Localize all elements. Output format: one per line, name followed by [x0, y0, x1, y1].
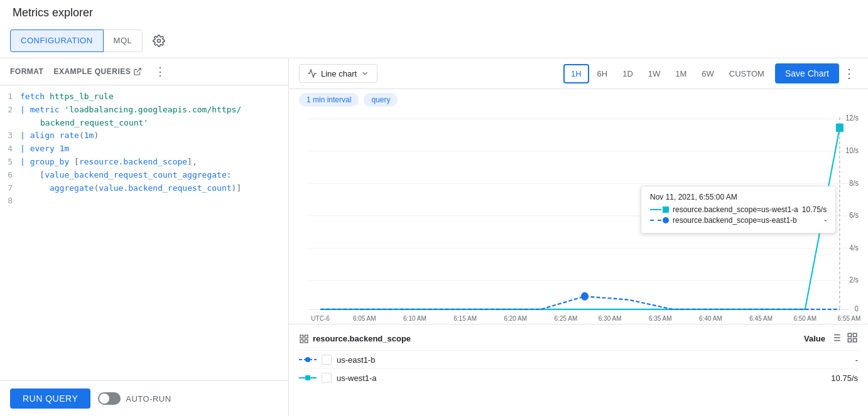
chart-tags: 1 min interval query: [289, 89, 868, 110]
left-panel: FORMAT EXAMPLE QUERIES ⋮ 1 fetch https_l…: [0, 58, 289, 416]
time-btn-6h[interactable]: 6H: [590, 65, 615, 83]
code-line-4: 4 | every 1m: [0, 142, 288, 156]
svg-rect-30: [300, 335, 303, 338]
time-btn-custom[interactable]: CUSTOM: [722, 65, 771, 83]
svg-text:6/s: 6/s: [849, 212, 859, 220]
time-range-group: 1H 6H 1D 1W 1M 6W CUSTOM Save Chart ⋮: [563, 63, 858, 83]
chart-type-dropdown[interactable]: Line chart: [299, 64, 377, 83]
main-container: CONFIGURATION MQL FORMAT EXAMPLE QUERIES…: [0, 23, 868, 416]
external-link-icon: [133, 67, 142, 76]
svg-rect-41: [854, 333, 857, 336]
format-label: FORMAT: [10, 67, 43, 76]
legend-checkbox-west[interactable]: [322, 373, 332, 383]
tab-group: CONFIGURATION MQL: [10, 29, 143, 52]
auto-run-label: AUTO-RUN: [126, 394, 171, 404]
content-area: FORMAT EXAMPLE QUERIES ⋮ 1 fetch https_l…: [0, 58, 868, 416]
tag-interval[interactable]: 1 min interval: [299, 93, 359, 107]
legend-header: resource.backend_scope Value: [299, 330, 858, 350]
svg-rect-40: [848, 333, 851, 336]
legend-value-label: Value: [804, 334, 825, 343]
run-query-button[interactable]: RUN QUERY: [10, 389, 90, 409]
left-panel-kebab-btn[interactable]: ⋮: [152, 63, 168, 80]
legend-grid-toggle[interactable]: [830, 332, 842, 345]
left-panel-header: FORMAT EXAMPLE QUERIES ⋮: [0, 58, 288, 85]
line-num-6: 6: [0, 169, 20, 182]
auto-run-container: AUTO-RUN: [98, 392, 171, 405]
line-chart-icon: [307, 68, 317, 78]
svg-text:12/s: 12/s: [845, 114, 859, 122]
line-num-2: 2: [0, 104, 20, 117]
right-panel: Line chart 1H 6H 1D 1W 1M 6W CUSTOM Save…: [289, 58, 868, 416]
svg-text:4/s: 4/s: [849, 244, 859, 252]
svg-text:2/s: 2/s: [849, 276, 859, 284]
code-line-8: 8: [0, 195, 288, 208]
svg-text:0: 0: [855, 305, 859, 313]
svg-rect-43: [854, 339, 857, 342]
code-line-7: 7 aggregate(value.backend_request_count)…: [0, 182, 288, 195]
svg-point-0: [158, 39, 161, 42]
legend-checkbox-east[interactable]: [322, 355, 332, 365]
svg-text:UTC-6: UTC-6: [311, 314, 330, 322]
svg-text:6:50 AM: 6:50 AM: [793, 314, 816, 322]
svg-text:8/s: 8/s: [849, 179, 859, 187]
code-line-3: 3 | align rate(1m): [0, 129, 288, 142]
legend-title: resource.backend_scope: [299, 334, 411, 344]
dropdown-chevron-icon: [361, 69, 369, 78]
tab-configuration[interactable]: CONFIGURATION: [10, 29, 104, 52]
line-num-4: 4: [0, 142, 20, 156]
svg-text:6:45 AM: 6:45 AM: [749, 314, 773, 322]
chart-top-bar: Line chart 1H 6H 1D 1W 1M 6W CUSTOM Save…: [289, 58, 868, 89]
svg-text:6:20 AM: 6:20 AM: [504, 314, 527, 322]
chart-svg: 12/s 10/s 8/s 6/s 4/s 2/s 0: [289, 110, 868, 324]
line-num-3: 3: [0, 129, 20, 142]
legend-name-east: us-east1-b: [337, 355, 850, 365]
line-num-5: 5: [0, 156, 20, 169]
save-chart-button[interactable]: Save Chart: [775, 63, 839, 83]
svg-rect-32: [300, 340, 303, 343]
time-btn-1d[interactable]: 1D: [616, 65, 640, 83]
legend-column-toggle[interactable]: [847, 332, 858, 345]
svg-text:6:05 AM: 6:05 AM: [353, 314, 376, 322]
example-queries-btn[interactable]: EXAMPLE QUERIES: [53, 67, 142, 76]
settings-gear-icon[interactable]: [148, 29, 170, 52]
svg-text:10/s: 10/s: [845, 147, 859, 155]
svg-rect-31: [305, 335, 308, 338]
time-btn-1w[interactable]: 1W: [641, 65, 668, 83]
legend-val-east: -: [855, 355, 858, 365]
code-editor[interactable]: 1 fetch https_lb_rule 2 | metric 'loadba…: [0, 85, 288, 380]
chart-more-options-btn[interactable]: ⋮: [840, 63, 858, 83]
example-queries-label: EXAMPLE QUERIES: [53, 67, 131, 76]
app-title: Metrics explorer: [0, 0, 868, 23]
legend-line-blue-dash: [299, 355, 317, 364]
svg-rect-33: [305, 340, 308, 343]
svg-rect-47: [305, 375, 310, 380]
legend-val-west: 10.75/s: [831, 373, 858, 383]
code-line-1: 1 fetch https_lb_rule: [0, 90, 288, 104]
auto-run-toggle[interactable]: [98, 392, 121, 405]
time-btn-6w[interactable]: 6W: [695, 65, 721, 83]
svg-point-16: [581, 292, 589, 301]
chart-legend-panel: resource.backend_scope Value: [289, 324, 868, 392]
legend-row-east: us-east1-b -: [299, 350, 858, 368]
svg-text:6:35 AM: 6:35 AM: [649, 314, 672, 322]
svg-text:6:10 AM: 6:10 AM: [403, 314, 426, 322]
code-line-2: 2 | metric 'loadbalancing.googleapis.com…: [0, 104, 288, 130]
svg-text:6:25 AM: 6:25 AM: [555, 314, 578, 322]
svg-point-45: [305, 357, 310, 362]
code-line-5: 5 | group_by [resource.backend_scope],: [0, 156, 288, 169]
legend-grid-icon: [299, 334, 309, 344]
left-panel-footer: RUN QUERY AUTO-RUN: [0, 380, 288, 416]
tag-query[interactable]: query: [364, 93, 398, 107]
legend-line-teal-solid: [299, 373, 317, 382]
line-num-8: 8: [0, 195, 20, 208]
time-btn-1m[interactable]: 1M: [668, 65, 693, 83]
svg-text:6:40 AM: 6:40 AM: [699, 314, 722, 322]
legend-title-text: resource.backend_scope: [313, 334, 411, 343]
chart-type-label: Line chart: [321, 69, 357, 78]
tab-mql[interactable]: MQL: [104, 29, 143, 52]
time-btn-1h[interactable]: 1H: [563, 64, 589, 83]
svg-text:6:30 AM: 6:30 AM: [599, 314, 622, 322]
svg-text:6:15 AM: 6:15 AM: [453, 314, 477, 322]
legend-row-west: us-west1-a 10.75/s: [299, 368, 858, 387]
svg-text:6:55 AM: 6:55 AM: [838, 314, 861, 322]
